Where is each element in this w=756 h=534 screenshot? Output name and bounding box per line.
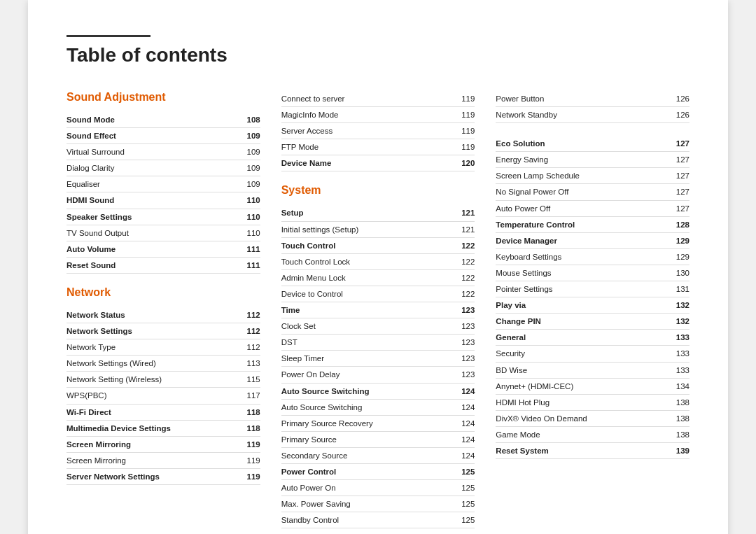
- toc-label: Network Status: [66, 307, 234, 323]
- toc-page: 115: [234, 372, 260, 388]
- toc-label: Admin Menu Lock: [281, 269, 446, 286]
- toc-page: 125: [446, 480, 475, 496]
- toc-label: DivX® Video On Demand: [496, 410, 660, 426]
- toc-page: 119: [234, 452, 260, 468]
- toc-page: 122: [446, 269, 475, 286]
- toc-label: Initial settings (Setup): [281, 221, 446, 237]
- toc-label: Screen Lamp Schedule: [496, 168, 660, 184]
- toc-page: 127: [660, 184, 690, 200]
- toc-page: 109: [222, 144, 260, 160]
- toc-page: 112: [234, 307, 260, 323]
- toc-page: 128: [660, 216, 690, 232]
- toc-label: Change PIN: [496, 314, 660, 330]
- section-title: Network: [66, 286, 260, 299]
- toc-page: 125: [446, 512, 475, 528]
- toc-label: Temperature Control: [496, 216, 660, 232]
- toc-page: 117: [234, 388, 260, 404]
- toc-page: 132: [660, 314, 690, 330]
- toc-page: 110: [222, 192, 260, 209]
- toc-label: Power Button: [496, 91, 649, 107]
- toc-page: 131: [660, 281, 690, 297]
- toc-label: Virtual Surround: [66, 144, 222, 160]
- title-bar: [66, 35, 150, 37]
- toc-page: 133: [660, 362, 690, 378]
- toc-page: 118: [234, 420, 260, 436]
- toc-label: Primary Source: [281, 431, 446, 447]
- toc-label: Clock Set: [281, 318, 446, 335]
- toc-label: Secondary Source: [281, 447, 446, 463]
- toc-page: 110: [222, 209, 260, 225]
- toc-label: Reset Sound: [66, 257, 222, 273]
- toc-label: Power On Delay: [281, 367, 446, 383]
- toc-label: No Signal Power Off: [496, 184, 660, 200]
- toc-page: 123: [446, 367, 475, 383]
- toc-label: Energy Saving: [496, 152, 660, 168]
- toc-page: 127: [660, 200, 690, 216]
- toc-page: 118: [234, 404, 260, 420]
- toc-page: 127: [660, 136, 690, 152]
- toc-label: Time: [281, 302, 446, 318]
- toc-page: 124: [446, 399, 475, 415]
- col-eco-general: Power Button126Network Standby126Eco Sol…: [496, 91, 690, 528]
- toc-label: WPS(PBC): [66, 388, 234, 404]
- toc-page: 138: [660, 426, 690, 442]
- toc-page: 122: [446, 286, 475, 302]
- toc-page: 134: [660, 378, 690, 394]
- toc-label: Network Setting (Wireless): [66, 372, 234, 388]
- toc-page: 122: [446, 237, 475, 253]
- columns: Sound AdjustmentSound Mode108Sound Effec…: [66, 91, 690, 528]
- toc-label: Setup: [281, 205, 446, 221]
- toc-label: Eco Solution: [496, 136, 660, 152]
- toc-page: 127: [660, 152, 690, 168]
- toc-page: 123: [446, 351, 475, 367]
- toc-page: 133: [660, 330, 690, 346]
- toc-page: 119: [234, 468, 260, 484]
- toc-page: 113: [234, 356, 260, 372]
- toc-page: 127: [660, 168, 690, 184]
- toc-label: Security: [496, 346, 660, 362]
- toc-label: TV Sound Output: [66, 225, 222, 241]
- toc-label: Dialog Clarity: [66, 160, 222, 176]
- toc-label: Max. Power Saving: [281, 496, 446, 512]
- toc-label: HDMI Sound: [66, 192, 222, 209]
- toc-label: Sound Effect: [66, 128, 222, 144]
- toc-page: 126: [649, 91, 690, 107]
- toc-page: 129: [660, 248, 690, 265]
- toc-label: Reset System: [496, 442, 660, 458]
- toc-page: 123: [446, 302, 475, 318]
- col-system: Connect to server119MagicInfo Mode119Ser…: [281, 91, 496, 528]
- toc-label: Sleep Timer: [281, 351, 446, 367]
- toc-label: Network Standby: [496, 107, 649, 123]
- col-sound-network: Sound AdjustmentSound Mode108Sound Effec…: [66, 91, 281, 528]
- toc-page: 109: [222, 128, 260, 144]
- toc-page: 120: [435, 155, 475, 171]
- toc-page: 111: [222, 241, 260, 257]
- toc-label: Device to Control: [281, 286, 446, 302]
- toc-page: 133: [660, 346, 690, 362]
- toc-label: Auto Source Switching: [281, 383, 446, 399]
- toc-label: Auto Source Switching: [281, 399, 446, 415]
- toc-page: 112: [234, 323, 260, 339]
- toc-label: Mouse Settings: [496, 265, 660, 281]
- toc-page: 119: [435, 123, 475, 139]
- toc-page: 119: [435, 107, 475, 123]
- toc-page: 122: [446, 253, 475, 269]
- toc-page: 121: [446, 205, 475, 221]
- toc-label: HDMI Hot Plug: [496, 394, 660, 410]
- toc-label: Auto Power Off: [496, 200, 660, 216]
- toc-page: 108: [222, 112, 260, 128]
- toc-label: Primary Source Recovery: [281, 415, 446, 431]
- toc-page: 130: [660, 265, 690, 281]
- toc-label: Pointer Settings: [496, 281, 660, 297]
- toc-label: Anynet+ (HDMI-CEC): [496, 378, 660, 394]
- toc-label: Game Mode: [496, 426, 660, 442]
- toc-label: Speaker Settings: [66, 209, 222, 225]
- toc-page: 109: [222, 176, 260, 192]
- toc-label: Connect to server: [281, 91, 435, 107]
- toc-page: 125: [446, 496, 475, 512]
- toc-page: 109: [222, 160, 260, 176]
- toc-page: 138: [660, 394, 690, 410]
- toc-label: Screen Mirroring: [66, 436, 234, 452]
- page-title: Table of contents: [66, 44, 690, 66]
- toc-page: 111: [222, 257, 260, 273]
